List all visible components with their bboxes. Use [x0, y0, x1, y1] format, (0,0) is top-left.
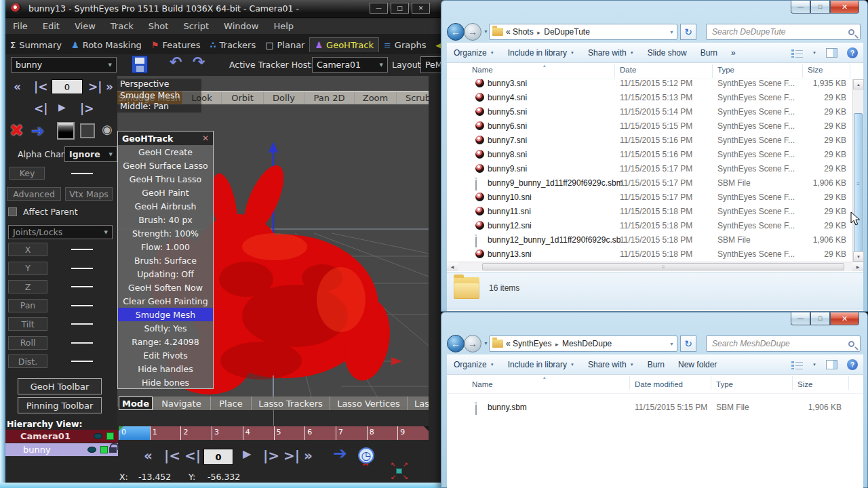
toolbar-new-folder[interactable]: New folder [671, 354, 724, 374]
toolbar-organize[interactable]: Organize▼ [447, 354, 501, 374]
file-row-bunny11-sni[interactable]: bunny11.sni11/15/2015 5:18 PMSynthEyes S… [447, 205, 852, 219]
apply-arrow-icon[interactable]: ➔ [31, 122, 44, 140]
maximize-button[interactable]: □ [810, 1, 830, 14]
hierarchy-item-bunny[interactable]: bunny [5, 443, 118, 456]
toolbar-burn[interactable]: Burn [641, 354, 671, 374]
menu-shot[interactable]: Shot [141, 21, 176, 31]
change-view-icon[interactable] [791, 49, 803, 58]
breadcrumb-item-syntheyes[interactable]: SynthEyes [513, 339, 551, 348]
menu-help[interactable]: Help [266, 21, 301, 31]
viewport-mode-scrub[interactable]: Scrub [397, 92, 429, 104]
geoh-item-geoh-airbrush[interactable]: GeoH Airbrush [118, 199, 213, 213]
close-button[interactable]: ✕ [830, 312, 859, 325]
preview-pane-icon[interactable] [826, 360, 837, 369]
file-row-bunny3-sni[interactable]: bunny3.sni11/15/2015 5:12 PMSynthEyes Sc… [447, 79, 852, 91]
vtx-maps-button[interactable]: Vtx Maps [65, 187, 113, 201]
status-square-icon[interactable] [100, 446, 108, 453]
toolbar-share-with[interactable]: Share with▼ [581, 43, 641, 62]
gradient-swatch-button[interactable] [57, 122, 75, 140]
frame-forward-button[interactable]: |> [263, 447, 279, 464]
hierarchy-item-camera01[interactable]: Camera01 [5, 430, 118, 443]
tab-features[interactable]: ⚑Features [146, 38, 205, 52]
scrollbar-thumb[interactable]: ≡ [854, 113, 863, 254]
file-row-bunny-sbm[interactable]: bunny.sbm11/15/2015 5:15 PMSBM File1,906… [447, 401, 852, 415]
column-header-size[interactable]: Size [808, 66, 823, 74]
column-header-type[interactable]: Type [716, 380, 733, 388]
geoh-item-brush-40-px[interactable]: Brush: 40 px [118, 213, 213, 226]
chevron-down-icon[interactable]: ▼ [669, 342, 674, 346]
breadcrumb-sep-icon[interactable]: ▸ [551, 341, 562, 348]
geoh-item-geoh-create[interactable]: GeoH Create [118, 145, 213, 159]
column-header-date-modified[interactable]: Date modified [635, 380, 683, 388]
frame-number-field[interactable]: 0 [52, 79, 83, 94]
file-row-bunny9-sni[interactable]: bunny9.sni11/15/2015 5:17 PMSynthEyes Sc… [447, 162, 852, 176]
geoh-item-geoh-thru-lasso[interactable]: GeoH Thru Lasso [118, 172, 213, 186]
jump-start-button[interactable]: « [14, 80, 21, 94]
column-header-name[interactable]: Name [472, 380, 493, 388]
minimize-button[interactable]: — [791, 1, 810, 14]
viewport-mode-pan-2d[interactable]: Pan 2D [304, 92, 355, 104]
axis-button-roll[interactable]: Roll [8, 336, 47, 350]
axis-button-pan[interactable]: Pan [8, 299, 47, 312]
file-row-bunny7-sni[interactable]: bunny7.sni11/15/2015 5:16 PMSynthEyes Sc… [447, 134, 852, 148]
menu-view[interactable]: View [67, 21, 103, 31]
status-square-icon[interactable] [106, 432, 114, 440]
geoh-item-range-4-24098[interactable]: Range: 4.24098 [118, 335, 213, 348]
key-button[interactable]: Key [9, 167, 45, 180]
undo-icon[interactable]: ↶ [170, 54, 182, 70]
jump-start-button[interactable]: « [144, 447, 153, 464]
play-button[interactable]: ▶ [58, 102, 66, 113]
visibility-eye-icon[interactable] [87, 447, 96, 453]
geoh-item-updating-off[interactable]: Updating: Off [118, 267, 213, 281]
mode-navigate[interactable]: Navigate [153, 396, 211, 410]
pinning-toolbar-button[interactable]: Pinning Toolbar [18, 397, 102, 413]
geoh-item-geoh-soften-now[interactable]: GeoH Soften Now [118, 281, 213, 294]
axis-button-dist[interactable]: Dist. [8, 354, 47, 368]
forward-button[interactable]: → [464, 23, 481, 41]
horizontal-scrollbar[interactable]: ◀ ⁞⁞ ▶ [447, 262, 863, 271]
vertical-scrollbar[interactable]: ▲ ≡ ▼ [852, 79, 863, 262]
advanced-button[interactable]: Advanced [7, 187, 61, 201]
help-icon[interactable]: ? [847, 47, 858, 58]
save-icon[interactable] [132, 56, 148, 73]
object-select[interactable]: bunny ▼ [11, 57, 117, 73]
search-input[interactable]: Search MeshDeDupe [706, 336, 861, 352]
play-button[interactable]: ▶ [243, 447, 251, 460]
views-caret[interactable]: ▼ [812, 363, 816, 367]
tab-planar[interactable]: □Planar [260, 38, 309, 52]
views-caret[interactable]: ▼ [812, 51, 816, 55]
scroll-up-icon[interactable]: ▲ [853, 79, 864, 89]
joints-locks-select[interactable]: Joints/Locks ▼ [8, 225, 113, 239]
toolbar-share-with[interactable]: Share with▼ [581, 354, 641, 374]
timeline-frame-2[interactable]: 2 [180, 426, 212, 440]
column-header-type[interactable]: Type [717, 66, 734, 74]
geoh-item-clear-geoh-painting[interactable]: Clear GeoH Painting [118, 294, 213, 308]
close-button[interactable]: ✕ [412, 3, 430, 14]
mask-icon[interactable]: ◉ [102, 122, 113, 136]
scroll-down-icon[interactable]: ▼ [853, 251, 864, 262]
timeline[interactable]: 0123456789 [119, 426, 429, 440]
jump-end-button[interactable]: » [106, 80, 113, 94]
menu-window[interactable]: Window [216, 21, 266, 31]
alpha-channel-select[interactable]: Ignore ▼ [64, 146, 117, 162]
transport-frame-field[interactable]: 0 [203, 449, 233, 465]
toolbar-slide-show[interactable]: Slide show [641, 43, 694, 62]
geoh-item-flow-1-000[interactable]: Flow: 1.000 [118, 240, 213, 253]
toolbar-item[interactable]: » [724, 43, 743, 62]
goto-arrow-icon[interactable]: ➔ [333, 443, 347, 463]
minimize-button[interactable]: — [791, 312, 810, 325]
back-button[interactable]: ← [447, 335, 465, 352]
breadcrumb-item-meshdedupe[interactable]: MeshDeDupe [562, 339, 612, 348]
search-input[interactable]: Search DeDupeTute [706, 24, 861, 40]
timeline-frame-6[interactable]: 6 [304, 426, 336, 440]
chevron-down-icon[interactable]: ▼ [669, 30, 674, 35]
help-icon[interactable]: ? [847, 359, 858, 370]
next-key-button[interactable]: >| [88, 80, 102, 94]
axis-button-x[interactable]: X [8, 243, 47, 256]
lock-icon[interactable] [109, 447, 117, 453]
file-row-bunny12-sni[interactable]: bunny12.sni11/15/2015 5:18 PMSynthEyes S… [447, 219, 852, 233]
menu-file[interactable]: File [5, 21, 35, 31]
timeline-frame-3[interactable]: 3 [212, 426, 243, 440]
maximize-button[interactable]: □ [810, 312, 830, 325]
axis-button-tilt[interactable]: Tilt [8, 317, 47, 331]
